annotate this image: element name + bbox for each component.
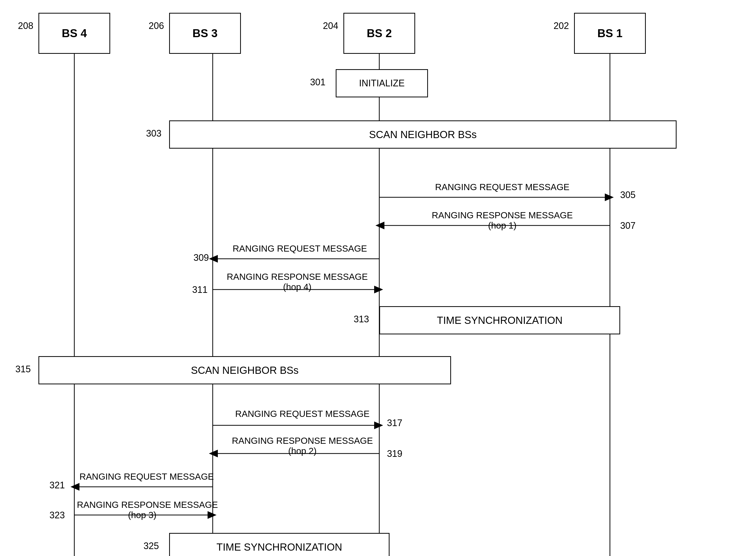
svg-marker-11 <box>374 286 383 293</box>
time-sync-325-ref: 325 <box>143 541 159 551</box>
scan2-ref: 315 <box>15 364 31 375</box>
bs3-node: BS 3 <box>169 13 241 54</box>
scan1-ref: 303 <box>146 128 162 139</box>
svg-marker-5 <box>605 194 614 201</box>
msg-309-ref: 309 <box>194 252 209 263</box>
msg-321-ref: 321 <box>49 480 65 491</box>
msg-311-label: RANGING RESPONSE MESSAGE(hop 4) <box>223 272 372 292</box>
sequence-diagram: BS 4 208 BS 3 206 BS 2 204 BS 1 202 INIT… <box>0 0 756 556</box>
time-sync-313-box: TIME SYNCHRONIZATION <box>379 306 620 334</box>
bs1-node: BS 1 <box>574 13 646 54</box>
msg-319-ref: 319 <box>387 448 402 459</box>
msg-321-label: RANGING REQUEST MESSAGE <box>79 472 208 482</box>
msg-307-ref: 307 <box>620 220 635 231</box>
bs1-ref: 202 <box>554 21 569 31</box>
scan2-box: SCAN NEIGHBOR BSs <box>38 356 451 384</box>
msg-323-ref: 323 <box>49 510 65 521</box>
bs4-node: BS 4 <box>38 13 110 54</box>
bs4-ref: 208 <box>18 21 33 31</box>
svg-marker-19 <box>208 511 216 519</box>
bs3-ref: 206 <box>149 21 164 31</box>
scan1-box: SCAN NEIGHBOR BSs <box>169 120 677 149</box>
msg-305-ref: 305 <box>620 189 635 200</box>
svg-marker-7 <box>375 222 384 229</box>
svg-marker-9 <box>209 255 218 263</box>
msg-309-label: RANGING REQUEST MESSAGE <box>231 243 369 254</box>
time-sync-325-box: TIME SYNCHRONIZATION <box>169 533 389 556</box>
time-sync-313-ref: 313 <box>354 314 369 325</box>
initialize-box: INITIALIZE <box>336 69 428 97</box>
msg-317-ref: 317 <box>387 418 402 428</box>
svg-marker-15 <box>209 450 218 457</box>
msg-323-label: RANGING RESPONSE MESSAGE(hop 3) <box>77 500 208 520</box>
initialize-ref: 301 <box>310 77 325 88</box>
svg-marker-17 <box>70 483 79 491</box>
msg-311-ref: 311 <box>192 284 208 295</box>
bs2-ref: 204 <box>323 21 338 31</box>
msg-317-label: RANGING REQUEST MESSAGE <box>231 409 374 419</box>
msg-307-label: RANGING RESPONSE MESSAGE(hop 1) <box>405 210 600 231</box>
msg-305-label: RANGING REQUEST MESSAGE <box>405 182 600 192</box>
svg-marker-13 <box>374 421 383 429</box>
msg-319-label: RANGING RESPONSE MESSAGE(hop 2) <box>228 436 377 456</box>
bs2-node: BS 2 <box>343 13 415 54</box>
